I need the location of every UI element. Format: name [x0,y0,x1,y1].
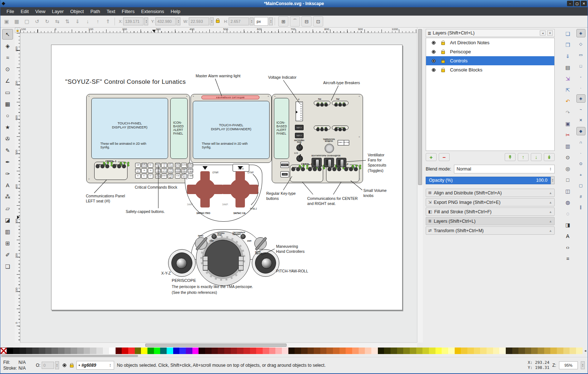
copy-button[interactable]: ▣ [563,119,573,128]
palette-swatch[interactable] [518,348,525,354]
raise-button[interactable]: ↑ [93,17,103,26]
palette-swatch[interactable] [320,348,327,354]
measure-tool[interactable]: ∠ [2,75,13,86]
dock-bar-transform[interactable]: ⇄Transform (Shift+Ctrl+M)▲ [426,226,555,235]
palette-swatch[interactable] [352,348,359,354]
palette-swatch[interactable] [563,348,570,354]
palette-swatch[interactable] [39,348,45,354]
palette-swatch[interactable] [167,348,173,354]
snap-bbox[interactable]: ◇ [576,40,585,48]
y-field[interactable]: 432.980 [155,17,176,25]
visibility-icon[interactable] [431,59,436,63]
palette-swatch[interactable] [557,348,563,354]
horizontal-scrollbar-thumb[interactable] [145,344,287,347]
export-button[interactable]: ⇱ [563,85,573,94]
calligraphy-tool[interactable]: ✑ [2,168,13,179]
snap-nodes[interactable]: ◈ [576,94,585,103]
palette-swatch[interactable] [467,348,474,354]
dock-collapse-button[interactable]: ◂ [540,30,546,36]
select-all-button[interactable]: ▣ [2,17,11,26]
menu-item[interactable]: Help [167,8,184,15]
zoom-selection-button[interactable]: ⊙ [563,153,573,162]
palette-swatch[interactable] [397,348,404,354]
zoom-drawing-button[interactable]: ◎ [563,164,573,173]
text-dialog-button[interactable]: A [563,231,573,241]
paste-button[interactable]: ▥ [563,141,573,151]
palette-swatch[interactable] [422,348,429,354]
palette-swatch[interactable] [346,348,352,354]
palette-swatch[interactable] [378,348,384,354]
palette-swatch[interactable] [218,348,224,354]
unlock-icon[interactable] [441,42,445,45]
affect-rotate-button[interactable]: ⌒ [290,16,300,26]
palette-scroll-arrow[interactable]: ◄ [584,349,587,353]
eraser-tool[interactable]: ▱ [2,203,13,214]
current-layer-select[interactable]: #g6089 ▲▼ [76,361,114,370]
zoom-field[interactable]: 95% [559,361,578,369]
layer-row-selected[interactable]: Controls [426,56,554,65]
palette-swatch[interactable] [403,348,410,354]
add-layer-button[interactable]: + [426,153,437,161]
minimize-button[interactable]: – [567,1,573,6]
palette-swatch[interactable] [301,348,308,354]
print-button[interactable]: ▤ [563,63,573,72]
palette-swatch[interactable] [269,348,276,354]
lock-ratio-icon[interactable] [216,20,220,23]
align-dialog-button[interactable]: ≡ [563,254,573,263]
snap-smooth-nodes[interactable]: ∩ [576,138,585,146]
canvas-page[interactable]: "SOYUZ-SF" Control Console for Lunatics … [51,45,403,310]
snap-guides[interactable]: ∥ [576,203,585,211]
palette-swatch[interactable] [333,348,339,354]
palette-swatch[interactable] [275,348,282,354]
snap-midpoints[interactable]: · [576,149,585,157]
palette-swatch[interactable] [455,348,461,354]
palette-swatch[interactable] [51,348,58,354]
close-button[interactable]: ✕ [581,1,587,6]
palette-swatch[interactable] [525,348,531,354]
tweak-tool[interactable]: ≈ [2,52,13,63]
palette-swatch[interactable] [237,348,243,354]
object-opacity-spinner[interactable]: ▲▼ [55,361,59,369]
unlock-icon[interactable] [441,51,445,54]
xml-editor-button[interactable]: ‹› [563,243,573,252]
deselect-button[interactable]: ▢ [22,17,32,26]
snap-paths[interactable]: ~ [576,105,585,114]
mesh-tool[interactable]: ⊞ [2,238,13,248]
connector-tool[interactable]: ❏ [2,261,13,272]
palette-swatch[interactable] [416,348,423,354]
visibility-icon[interactable] [431,41,436,45]
blend-spinner[interactable]: ▲▼ [549,165,552,173]
palette-swatch[interactable] [192,348,199,354]
text-tool[interactable]: A [2,180,13,190]
import-button[interactable]: ⇲ [563,74,573,83]
bucket-tool[interactable]: ◪ [2,215,13,225]
visibility-icon[interactable] [431,50,436,54]
menu-item[interactable]: Object [67,8,87,15]
unlock-icon[interactable] [441,60,445,63]
palette-swatch[interactable] [186,348,192,354]
pencil-tool[interactable]: ✎ [2,145,13,156]
undo-button[interactable]: ↶ [563,96,573,106]
snap-bbox-corners[interactable]: □ [576,62,585,70]
unit-select[interactable]: px [254,17,268,26]
menu-item[interactable]: Filters [118,8,138,15]
palette-swatch[interactable] [365,348,371,354]
h-field[interactable]: 2.657 [229,17,249,25]
star-tool[interactable]: ★ [2,122,13,132]
palette-swatch[interactable] [480,348,487,354]
box3d-tool[interactable]: ▦ [2,99,13,109]
palette-swatch[interactable] [7,348,13,354]
palette-swatch[interactable] [122,348,128,354]
palette-swatch[interactable] [58,348,64,354]
palette-swatch[interactable] [461,348,467,354]
dock-bar-export[interactable]: ⇲Export PNG Image (Shift+Ctrl+E)▲ [426,198,555,206]
rotate-ccw-button[interactable]: ↺ [32,17,42,26]
palette-swatch[interactable] [116,348,122,354]
snap-grids[interactable]: # [576,192,585,201]
zoom-tool[interactable]: ⊙ [2,64,13,74]
palette-swatch[interactable] [288,348,295,354]
layer-to-bottom-button[interactable]: ↡ [544,153,555,161]
palette-swatch[interactable] [429,348,435,354]
snap-object-centers[interactable]: ⊙ [576,160,585,168]
fill-stroke-dialog-button[interactable]: ◨ [563,220,573,229]
